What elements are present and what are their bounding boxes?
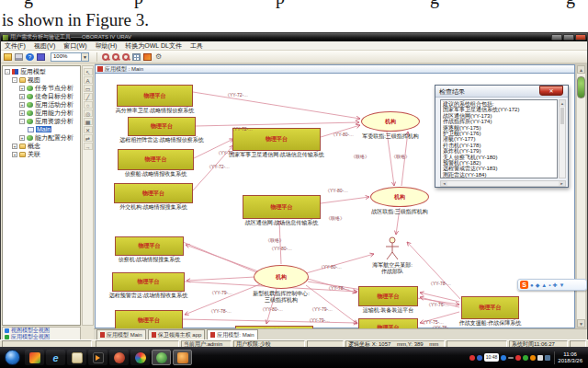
palette-tool[interactable]: A bbox=[84, 76, 93, 84]
print-icon[interactable] bbox=[15, 53, 23, 61]
tree-expander-icon[interactable]: + bbox=[19, 102, 25, 108]
taskbar-item-app1[interactable] bbox=[109, 350, 129, 365]
menu-item[interactable]: 文件(F) bbox=[5, 41, 26, 51]
tray-icon-orange[interactable] bbox=[530, 355, 536, 361]
uml-box-platform[interactable]: 物理平台 bbox=[115, 236, 184, 256]
close-button[interactable] bbox=[575, 34, 586, 40]
tray-icon-green[interactable] bbox=[523, 355, 528, 361]
uml-ellipse-organization[interactable]: 机构 bbox=[361, 111, 420, 132]
doc-tab[interactable]: 应用模型 Main bbox=[96, 329, 146, 339]
input-bar-icon[interactable]: ▲ bbox=[541, 282, 547, 288]
palette-tool[interactable]: ✕ bbox=[84, 126, 93, 133]
taskbar-item-player[interactable] bbox=[88, 350, 107, 365]
menu-item[interactable]: 视图(V) bbox=[34, 41, 55, 51]
tree-row[interactable]: -应用模型 bbox=[3, 67, 80, 75]
taskbar-item-active-app[interactable] bbox=[173, 350, 192, 365]
palette-tool[interactable]: ▭ bbox=[84, 85, 93, 92]
palette-tool[interactable]: ╱ bbox=[84, 93, 93, 100]
tree-expander-icon[interactable]: - bbox=[12, 77, 17, 83]
palette-tool[interactable]: → bbox=[84, 143, 93, 150]
uml-box-platform[interactable]: 物理平台 bbox=[118, 149, 194, 170]
doc-tab[interactable]: 保卫领海主权 app bbox=[148, 329, 206, 339]
palette-tool[interactable]: ▦ bbox=[84, 118, 93, 125]
scrollbar-thumb[interactable] bbox=[577, 76, 585, 98]
sogou-logo-icon[interactable]: S bbox=[520, 281, 528, 289]
uml-ellipse-organization[interactable]: 机构 bbox=[370, 187, 429, 207]
uml-box-platform[interactable]: 物理平台 bbox=[115, 310, 183, 330]
uml-box-platform[interactable]: 物理平台 bbox=[243, 195, 321, 219]
tree-expander-icon[interactable]: + bbox=[19, 135, 25, 141]
doc-tab[interactable]: 应用模型: Main bbox=[207, 329, 257, 339]
zoom-combo[interactable]: 100% ▼ bbox=[51, 52, 89, 62]
tray-icon-security[interactable] bbox=[515, 355, 521, 361]
palette-tool[interactable]: ⇄ bbox=[84, 134, 93, 142]
menu-item[interactable]: 工具 bbox=[190, 41, 203, 51]
palette-tool[interactable]: ↖ bbox=[84, 68, 93, 75]
input-bar-icon[interactable]: ▪ bbox=[548, 282, 550, 288]
tree-row[interactable]: +概念 bbox=[3, 142, 80, 150]
uml-box-platform[interactable]: 物理平台 bbox=[114, 183, 193, 203]
scroll-left-icon[interactable]: ◄ bbox=[441, 181, 447, 186]
tray-timer-badge[interactable]: 10:48 bbox=[484, 353, 500, 362]
taskbar-item-browser[interactable]: e bbox=[46, 350, 65, 365]
open-folder-icon[interactable] bbox=[4, 53, 12, 61]
grid-icon[interactable] bbox=[132, 53, 141, 61]
input-method-bar[interactable]: S ●◆▲▪✚▼ bbox=[517, 279, 587, 291]
tree-row[interactable]: +能力配置分析 bbox=[3, 133, 80, 142]
title-bar[interactable]: 用户需求分析与验证工具——OBORATS IV URAV bbox=[1, 33, 587, 41]
scroll-down-icon[interactable]: ▼ bbox=[577, 319, 585, 328]
taskbar-item-sogou[interactable] bbox=[25, 350, 44, 365]
tree-expander-icon[interactable]: + bbox=[19, 94, 25, 99]
input-bar-icon[interactable]: ✚ bbox=[552, 282, 557, 288]
uml-box-platform[interactable]: 物理平台 bbox=[117, 85, 193, 107]
taskbar-item-app2[interactable] bbox=[130, 350, 150, 365]
maximize-button[interactable] bbox=[563, 34, 574, 40]
results-hscrollbar[interactable]: ◄ ► bbox=[440, 180, 566, 187]
settings-icon[interactable]: ⚙ bbox=[154, 53, 163, 61]
palette-icon[interactable] bbox=[143, 53, 152, 61]
tree-expander-icon[interactable]: - bbox=[19, 119, 25, 124]
input-bar-icon[interactable]: ▼ bbox=[559, 282, 564, 288]
tray-collapse-icon[interactable] bbox=[508, 357, 514, 359]
results-vscrollbar[interactable]: ▲ bbox=[559, 99, 566, 178]
tray-icon-red[interactable] bbox=[469, 355, 475, 361]
scrollbar-thumb[interactable] bbox=[560, 108, 564, 124]
scroll-up-icon[interactable]: ▲ bbox=[577, 65, 585, 74]
taskbar-item-app3[interactable] bbox=[152, 350, 171, 365]
tree-expander-icon[interactable]: + bbox=[12, 152, 17, 157]
document-title-bar[interactable]: 应用模型 : Main bbox=[95, 64, 575, 74]
input-bar-icon[interactable]: ◆ bbox=[536, 282, 540, 288]
result-line[interactable]: 测距雷达(YY-184) bbox=[443, 172, 556, 178]
minimize-button[interactable] bbox=[551, 34, 562, 40]
uml-box-platform[interactable]: 物理平台 bbox=[112, 272, 185, 292]
start-button[interactable] bbox=[5, 350, 20, 365]
scroll-up-icon[interactable]: ▲ bbox=[560, 100, 565, 107]
input-bar-icon[interactable]: ● bbox=[530, 282, 534, 288]
taskbar-clock[interactable]: 11:06 2018/3/26 bbox=[554, 351, 585, 364]
taskbar-item-notes[interactable] bbox=[67, 350, 86, 365]
tray-info-icon[interactable] bbox=[501, 355, 506, 361]
uml-ellipse-organization[interactable]: 机构 bbox=[254, 265, 309, 289]
scroll-right-icon[interactable]: ► bbox=[559, 181, 565, 186]
zoom-in-icon[interactable] bbox=[102, 53, 109, 61]
view-shortcut[interactable]: 视图模型全视图 bbox=[5, 328, 78, 334]
tree-row[interactable]: +关联 bbox=[3, 150, 80, 158]
menu-item[interactable]: 帮助(H) bbox=[96, 41, 118, 51]
tree-expander-icon[interactable]: + bbox=[19, 110, 25, 116]
tray-icon-blue[interactable] bbox=[477, 355, 482, 361]
tree-row[interactable]: -应用资源分析 bbox=[3, 117, 80, 125]
zoom-out-icon[interactable] bbox=[112, 53, 119, 61]
tree-expander-icon[interactable]: + bbox=[12, 144, 17, 149]
help-icon[interactable]: ? bbox=[26, 53, 34, 61]
chevron-down-icon[interactable]: ▼ bbox=[81, 53, 88, 61]
tray-lock-icon[interactable] bbox=[537, 355, 543, 361]
uml-box-platform[interactable]: 物理平台 bbox=[358, 286, 418, 306]
tray-network-icon[interactable] bbox=[545, 355, 550, 361]
uml-box-platform[interactable]: 物理平台 bbox=[128, 117, 196, 136]
check-results-window[interactable]: 检查结果 ✕ 建议的系统组合包括:国家军事卫星通信系统(YY-172)战区通信网… bbox=[435, 85, 569, 188]
menu-item[interactable]: 转换为OWL DL文件 bbox=[125, 41, 182, 51]
tree-expander-icon[interactable]: + bbox=[19, 86, 25, 91]
tree-expander-icon[interactable]: - bbox=[5, 69, 10, 75]
save-icon[interactable] bbox=[37, 53, 45, 61]
zoom-reset-icon[interactable] bbox=[122, 53, 130, 61]
